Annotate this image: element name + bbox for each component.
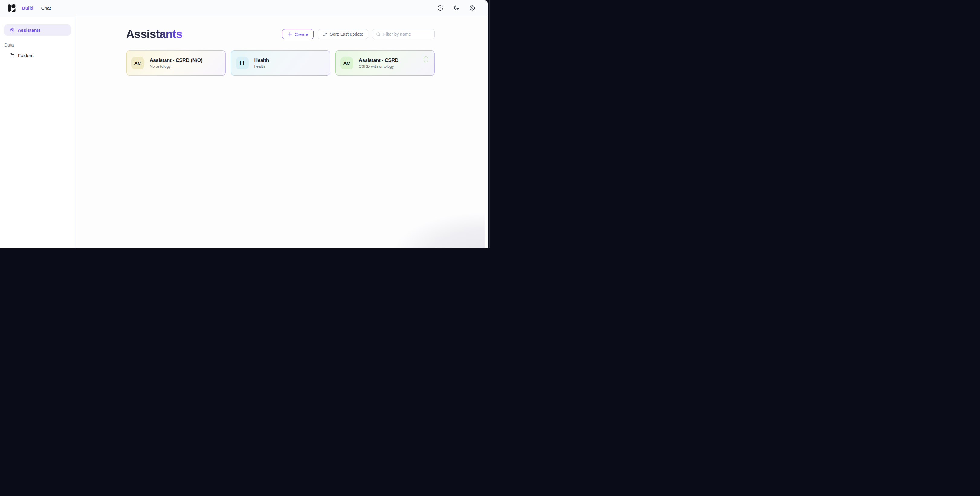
history-button[interactable]: [437, 5, 444, 11]
card-subtitle: CSRD with ontology: [359, 64, 399, 68]
folder-icon: [9, 52, 15, 58]
header-actions: [437, 5, 476, 11]
assistant-card[interactable]: H Health health: [231, 51, 330, 76]
sidebar-item-assistants[interactable]: Assistants: [4, 24, 71, 36]
card-subtitle: No ontology: [150, 64, 203, 68]
card-title: Assistant - CSRD: [359, 57, 399, 63]
screen-right-edge: [489, 0, 490, 248]
sidebar-item-folders[interactable]: Folders: [4, 52, 71, 58]
primary-nav: Build Chat: [22, 5, 51, 11]
page-title: Assistants: [126, 28, 183, 40]
filter-field: [372, 29, 435, 39]
head-circuit-icon: [9, 27, 15, 33]
create-button[interactable]: Create: [282, 29, 313, 39]
plus-icon: [288, 32, 292, 37]
corner-shadow: [382, 209, 485, 248]
card-text: Health health: [255, 57, 269, 68]
card-text: Assistant - CSRD (N/O) No ontology: [150, 57, 203, 68]
avatar: AC: [131, 57, 144, 70]
card-subtitle: health: [255, 64, 269, 68]
dark-mode-button[interactable]: [453, 5, 460, 11]
search-icon: [376, 32, 381, 37]
assistant-cards: AC Assistant - CSRD (N/O) No ontology H …: [126, 51, 435, 76]
status-circle: [423, 57, 428, 62]
desktop-background: Build Chat: [0, 0, 490, 248]
app-logo-icon[interactable]: [7, 4, 16, 13]
avatar: H: [236, 57, 249, 70]
sort-button[interactable]: Sort: Last update: [318, 29, 368, 39]
card-title: Assistant - CSRD (N/O): [150, 57, 203, 63]
toolbar: Create Sort: Last update: [282, 29, 434, 39]
sidebar: Assistants Data Folders: [0, 17, 75, 248]
history-clock-icon: [437, 5, 444, 11]
main-area: Assistants Create: [76, 17, 485, 248]
account-button[interactable]: [469, 5, 476, 11]
nav-chat[interactable]: Chat: [41, 5, 51, 11]
arrows-down-up-icon: [322, 32, 328, 37]
assistant-card[interactable]: AC Assistant - CSRD (N/O) No ontology: [126, 51, 226, 76]
avatar: AC: [340, 57, 353, 70]
sidebar-item-label: Assistants: [18, 27, 41, 33]
moon-icon: [453, 5, 460, 11]
card-text: Assistant - CSRD CSRD with ontology: [359, 57, 399, 68]
app-window: Build Chat: [0, 0, 488, 248]
sidebar-item-label: Folders: [18, 53, 33, 58]
filter-input[interactable]: [383, 32, 431, 37]
assistant-card[interactable]: AC Assistant - CSRD CSRD with ontology: [335, 51, 435, 76]
sidebar-section-data: Data: [4, 42, 71, 48]
card-title: Health: [255, 57, 269, 63]
user-circle-icon: [469, 5, 476, 11]
main-header: Assistants Create: [126, 28, 435, 40]
nav-build[interactable]: Build: [22, 5, 33, 11]
top-bar: Build Chat: [0, 0, 488, 16]
